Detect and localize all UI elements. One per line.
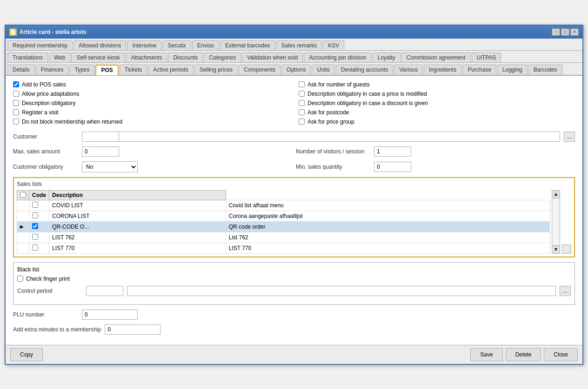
title-bar: 📄 Article card - stella artois − □ ×: [6, 26, 582, 39]
tab-external-barcodes[interactable]: External barcodes: [220, 40, 275, 50]
row-checkbox-qr[interactable]: [32, 223, 38, 229]
tab-units[interactable]: Units: [312, 65, 334, 75]
sales-visitors-row: Max. sales amount Number of visitors / s…: [13, 146, 575, 157]
table-row[interactable]: LIST 762 List 762: [17, 232, 550, 243]
checkbox-desc-discount-input[interactable]: [299, 100, 305, 106]
tab-self-service-kiosk[interactable]: Self-service kiosk: [71, 53, 125, 62]
control-period-input-1[interactable]: [86, 286, 123, 296]
checkbox-desc-obligatory-input[interactable]: [13, 100, 19, 106]
customer-input-2[interactable]: [119, 132, 560, 142]
max-sales-label: Max. sales amount: [13, 148, 78, 155]
check-fingerprint-checkbox[interactable]: [17, 276, 23, 282]
tab-ksv[interactable]: KSV: [323, 40, 344, 50]
select-all-checkbox[interactable]: [20, 192, 26, 198]
min-sales-label: Min. sales quantity: [296, 164, 370, 170]
tab-pos[interactable]: POS: [95, 65, 118, 75]
tab-active-periods[interactable]: Active periods: [148, 65, 193, 75]
tab-various[interactable]: Various: [394, 65, 423, 75]
tab-options[interactable]: Options: [281, 65, 311, 75]
window-title: Article card - stella artois: [20, 29, 86, 35]
checkbox-register-visit-input[interactable]: [13, 109, 19, 115]
close-button-bottom[interactable]: Close: [544, 348, 578, 361]
tab-discounts[interactable]: Discounts: [168, 53, 203, 62]
customer-obligatory-select[interactable]: No Yes Optional: [82, 161, 138, 172]
tab-required-membership[interactable]: Required membership: [7, 40, 73, 50]
tab-attachments[interactable]: Attachments: [126, 53, 167, 62]
tab-deviating-accounts[interactable]: Deviating accounts: [336, 65, 393, 75]
checkbox-desc-discount: Description obligatory in case a discoun…: [299, 100, 575, 106]
row-checkbox-corona[interactable]: [32, 212, 38, 218]
tab-secutix[interactable]: Secutix: [162, 40, 191, 50]
table-row[interactable]: ▶ QR-CODE O... QR code order: [17, 221, 550, 232]
tab-allowed-divisions[interactable]: Allowed divisions: [74, 40, 126, 50]
max-sales-input[interactable]: [82, 146, 119, 157]
tab-selling-prices[interactable]: Selling prices: [194, 65, 238, 75]
maximize-button[interactable]: □: [561, 28, 569, 36]
table-row[interactable]: CORONA LIST Corona aangepaste afhaallijs…: [17, 211, 550, 221]
num-visitors-field: Number of visitors / session: [296, 146, 575, 157]
tab-enviso[interactable]: Enviso: [192, 40, 219, 50]
tab-logging[interactable]: Logging: [497, 65, 528, 75]
row-checkbox-covid[interactable]: [32, 202, 38, 208]
row-arrow-cell: [17, 211, 29, 221]
checkbox-add-to-pos-input[interactable]: [13, 81, 19, 87]
checkbox-ask-guests-input[interactable]: [299, 81, 305, 87]
tab-ingredients[interactable]: Ingredients: [424, 65, 461, 75]
tab-commission-agreement[interactable]: Commission agreement: [401, 53, 471, 62]
tab-accounting-per-division[interactable]: Accounting per division: [304, 53, 371, 62]
row-desc-qr: QR code order: [226, 221, 549, 232]
th-checkbox-col: [17, 190, 29, 200]
tab-row-2: Translations Web Self-service kiosk Atta…: [6, 51, 582, 63]
scroll-up-button[interactable]: ▲: [552, 190, 560, 198]
checkbox-no-block-membership-input[interactable]: [13, 119, 19, 125]
sales-list-table-container: Code Description COVID LIST Covid list a…: [17, 190, 571, 254]
tab-details[interactable]: Details: [7, 65, 35, 75]
tab-translations[interactable]: Translations: [7, 53, 48, 62]
row-checkbox-762[interactable]: [32, 234, 38, 240]
row-checkbox-770[interactable]: [32, 244, 38, 251]
num-visitors-input[interactable]: [374, 146, 411, 157]
checkbox-desc-price-modified-input[interactable]: [299, 91, 305, 97]
tab-sales-remarks[interactable]: Sales remarks: [276, 40, 322, 50]
tab-types[interactable]: Types: [69, 65, 94, 75]
customer-label: Customer: [13, 133, 78, 140]
extra-minutes-input[interactable]: [105, 324, 160, 335]
copy-button[interactable]: Copy: [10, 348, 43, 361]
tab-loyalty[interactable]: Loyalty: [373, 53, 401, 62]
control-period-browse-button[interactable]: ...: [560, 286, 571, 296]
checkbox-allow-price-input[interactable]: [13, 91, 19, 97]
tab-intersolve[interactable]: Intersolve: [127, 40, 161, 50]
save-button[interactable]: Save: [470, 348, 502, 361]
customer-input-1[interactable]: [82, 132, 119, 142]
checkbox-ask-postcode-input[interactable]: [299, 109, 305, 115]
minimize-button[interactable]: −: [552, 28, 560, 36]
table-row[interactable]: COVID LIST Covid list afhaal menu: [17, 200, 550, 211]
tab-web[interactable]: Web: [49, 53, 70, 62]
tab-uitpas[interactable]: UiTPAS: [472, 53, 501, 62]
scroll-down-button[interactable]: ▼: [552, 245, 560, 254]
row-arrow-cell: [17, 232, 29, 243]
tab-finances[interactable]: Finances: [36, 65, 69, 75]
close-button[interactable]: ×: [570, 28, 579, 36]
checkbox-allow-price-label: Allow price adaptations: [22, 91, 79, 97]
row-code-770: LIST 770: [49, 243, 226, 253]
min-sales-input[interactable]: [374, 162, 411, 172]
row-desc-762: List 762: [226, 232, 549, 243]
checkbox-add-to-pos: Add to POS sales: [13, 81, 289, 88]
tab-validation-when-sold[interactable]: Validation when sold: [242, 53, 303, 62]
tab-categories[interactable]: Categories: [204, 53, 241, 62]
tab-components[interactable]: Components: [239, 65, 281, 75]
customer-browse-button[interactable]: ...: [564, 132, 575, 142]
control-period-input-2[interactable]: [127, 286, 556, 296]
tab-barcodes[interactable]: Barcodes: [528, 65, 562, 75]
black-list-section: Black list Check finger print Control pe…: [13, 262, 575, 305]
checkbox-ask-price-group: Ask for price group: [299, 119, 575, 125]
plu-number-input[interactable]: [82, 310, 138, 320]
delete-button[interactable]: Delete: [506, 348, 541, 361]
table-row[interactable]: LIST 770 LIST 770: [17, 243, 550, 253]
checkbox-ask-price-group-input[interactable]: [299, 119, 305, 125]
scroll-track: [552, 198, 560, 245]
tab-tickets[interactable]: Tickets: [120, 65, 147, 75]
tab-purchase[interactable]: Purchase: [462, 65, 496, 75]
checkbox-register-visit-label: Register a visit: [22, 109, 59, 116]
